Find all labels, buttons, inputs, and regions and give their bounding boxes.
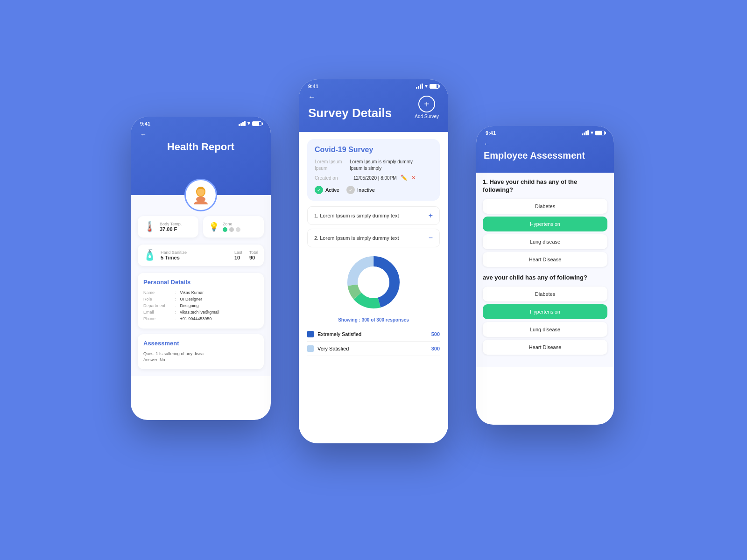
right-status-icons: ▾ [582, 130, 605, 136]
thermometer-icon: 🌡️ [143, 221, 156, 233]
sanitize-icon: 🧴 [143, 249, 156, 261]
question-text-1: 1. Lorem Ipsum is simply dummy text [314, 213, 399, 218]
chart-response-label: Showing : 300 of 300 responses [307, 317, 440, 322]
zone-dot-active [223, 227, 227, 232]
covid-date-value: 12/05/2020 | 8:00PM [353, 175, 397, 181]
phone-center: 9:41 ▾ ← Survey Details + Add Survey [299, 79, 448, 443]
total-label: Total [249, 250, 258, 255]
personal-details-section: Personal Details Name : Vikas Kumar Role… [138, 273, 264, 329]
zone-dot-1 [229, 227, 234, 232]
center-header: 9:41 ▾ ← Survey Details + Add Survey [299, 79, 448, 132]
legend-label-2: Very Satisfied [317, 346, 349, 351]
legend-dot-blue [307, 331, 314, 337]
detail-value-phone: +91 9044453950 [180, 316, 212, 321]
zone-label: Zone [223, 222, 258, 226]
zone-dots [223, 227, 258, 232]
personal-details-title: Personal Details [143, 279, 258, 286]
detail-label-phone: Phone [143, 316, 171, 321]
option-heart-disease-2[interactable]: Heart Disease [483, 340, 607, 355]
center-signal-bars-icon [416, 84, 423, 89]
body-temp-label: Body Temp. [160, 222, 193, 226]
assessment-section: Assessment Ques. 1 Is suffering of any d… [138, 334, 264, 369]
right-back-arrow[interactable]: ← [484, 140, 490, 147]
active-toggle[interactable]: ✓ Active [315, 186, 339, 194]
right-battery-icon [595, 131, 605, 135]
option-lung-disease-1[interactable]: Lung disease [483, 234, 607, 249]
expand-q1-icon[interactable]: + [429, 211, 433, 220]
last-label: Last [234, 250, 242, 255]
sanitize-info: Hand Sanitize 5 Times [161, 250, 230, 260]
legend-dot-lightblue [307, 345, 314, 352]
option-diabetes-2[interactable]: Diabetes [483, 287, 607, 301]
detail-label-email: Email [143, 310, 171, 315]
center-battery-icon [430, 84, 439, 89]
covid-title: Covid-19 Survey [315, 146, 432, 154]
delete-button[interactable]: ✕ [411, 175, 416, 181]
legend-left-2: Very Satisfied [307, 345, 349, 352]
detail-row-email: Email : vikas.techlive@gmail [143, 310, 258, 315]
detail-value-name: Vikas Kumar [180, 290, 204, 295]
option-heart-disease-1[interactable]: Heart Disease [483, 252, 607, 267]
left-back-arrow[interactable]: ← [140, 131, 147, 138]
center-body: Covid-19 Survey Lorem IpsumIpsum Lorem I… [299, 132, 448, 421]
inactive-toggle[interactable]: ✓ Inactive [346, 186, 375, 194]
question-section-2: ave your child has any of following? Dia… [483, 274, 607, 355]
center-wifi-icon: ▾ [425, 83, 428, 89]
battery-icon [252, 121, 261, 126]
donut-chart [343, 252, 404, 313]
detail-row-role: Role : UI Designer [143, 297, 258, 301]
phone-left: 9:41 ▾ ← Health Report [131, 117, 271, 420]
detail-value-email: vikas.techlive@gmail [180, 310, 219, 315]
covid-card: Covid-19 Survey Lorem IpsumIpsum Lorem I… [307, 139, 440, 201]
center-time: 9:41 [308, 84, 318, 89]
zone-card: 💡 Zone [203, 216, 264, 238]
phone-right: 9:41 ▾ ← Employee Assessment [476, 126, 614, 425]
legend-count-1: 500 [431, 331, 440, 337]
question-header-1: 1. Have your child has any of the follow… [483, 178, 607, 194]
bulb-icon: 💡 [209, 222, 219, 232]
wifi-icon: ▾ [247, 120, 250, 126]
edit-button[interactable]: ✏️ [401, 175, 408, 181]
legend-very-satisfied: Very Satisfied 300 [307, 342, 440, 356]
sanitize-counts: Last 10 Total 90 [234, 250, 258, 260]
add-survey-button[interactable]: + Add Survey [415, 96, 439, 119]
body-temp-info: Body Temp. 37.00 F [160, 222, 193, 232]
question-item-2[interactable]: 2. Lorem Ipsum is simply dummy text − [307, 229, 440, 247]
donut-chart-container [307, 252, 440, 313]
right-body: 1. Have your child has any of the follow… [476, 173, 614, 367]
detail-row-dept: Department : Designing [143, 303, 258, 308]
right-time: 9:41 [486, 130, 496, 136]
zone-dot-2 [236, 227, 240, 232]
detail-label-dept: Department [143, 303, 171, 308]
question-header-2: ave your child has any of following? [483, 274, 607, 282]
covid-value-1: Lorem Ipsum is simply dummyIpsum is simp… [350, 159, 413, 172]
covid-date-label: Created on [315, 175, 350, 181]
option-diabetes-1[interactable]: Diabetes [483, 199, 607, 214]
employee-assessment-title: Employee Assessment [476, 148, 614, 166]
option-lung-disease-2[interactable]: Lung disease [483, 322, 607, 337]
option-hypertension-2[interactable]: Hypertension [483, 304, 607, 319]
legend-count-2: 300 [431, 346, 440, 351]
legend-left-1: Extremely Satisfied [307, 331, 361, 337]
covid-date-row: Created on 12/05/2020 | 8:00PM ✏️ ✕ [315, 175, 432, 181]
detail-value-dept: Designing [180, 303, 199, 308]
health-report-title: Health Report [131, 139, 271, 167]
body-temp-card: 🌡️ Body Temp. 37.00 F [138, 216, 198, 238]
covid-info-row-1: Lorem IpsumIpsum Lorem Ipsum is simply d… [315, 159, 432, 172]
assessment-question: Ques. 1 Is suffering of any disea [143, 351, 258, 356]
avatar [184, 179, 217, 211]
legend-label-1: Extremely Satisfied [317, 331, 361, 337]
question-item-1[interactable]: 1. Lorem Ipsum is simply dummy text + [307, 206, 440, 225]
center-status-icons: ▾ [416, 83, 439, 89]
assessment-answer: Answer: No [143, 357, 258, 362]
left-status-bar: 9:41 ▾ [131, 117, 271, 130]
center-status-bar: 9:41 ▾ [299, 79, 448, 93]
right-signal-bars-icon [582, 130, 589, 135]
status-toggles: ✓ Active ✓ Inactive [315, 186, 432, 194]
body-temp-value: 37.00 F [160, 226, 193, 232]
collapse-q2-icon[interactable]: − [429, 234, 433, 242]
option-hypertension-1[interactable]: Hypertension [483, 217, 607, 231]
legend-extremely-satisfied: Extremely Satisfied 500 [307, 327, 440, 342]
last-value: 10 [234, 255, 242, 260]
inactive-label: Inactive [357, 187, 375, 193]
